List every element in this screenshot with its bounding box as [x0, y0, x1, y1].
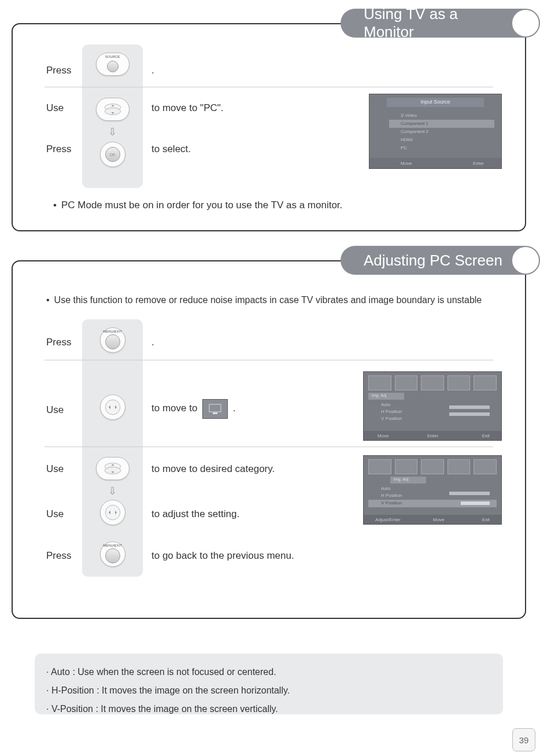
panel-pc-screen: Use this function to remove or reduce no… [12, 260, 526, 619]
svg-rect-7 [213, 412, 217, 414]
divider [45, 360, 493, 360]
pc-menu-icon [202, 399, 228, 419]
s2-r4-desc: to adjust the setting. [151, 508, 239, 520]
osd-footer: Adjust/Enter [375, 517, 401, 522]
down-arrow-icon: ⇩ [108, 485, 117, 497]
s2-r5-action: Press [46, 550, 71, 562]
updown-icon [102, 462, 124, 475]
osd-tab: Img. Adj [372, 393, 386, 397]
s2-r1-action: Press [46, 337, 71, 348]
osd-title: Input Source [369, 99, 501, 105]
osd-footer: Enter [473, 161, 484, 166]
row1-desc: . [151, 65, 154, 76]
section2-tab: Adjusting PC Screen [341, 246, 526, 275]
osd-tab: Img. Adj [394, 477, 408, 481]
down-arrow-icon: ⇩ [108, 126, 117, 138]
leftright-adjust-button [100, 500, 125, 525]
svg-rect-6 [209, 404, 221, 412]
updown-nav-button-2 [96, 457, 130, 480]
osd-pc-menu-2: Img. Adj Auto H Position V Position Adju… [363, 455, 502, 525]
s2-r2-desc-pre: to move to [151, 403, 197, 414]
page-number: 39 [519, 735, 529, 745]
definitions-box: Auto : Use when the screen is not focuse… [35, 654, 503, 714]
divider [45, 87, 493, 87]
def-hpos: H-Position : It moves the image on the s… [46, 681, 491, 700]
osd-footer: Exit [482, 517, 490, 522]
osd-item: V Position [381, 500, 402, 506]
osd-item: V Position [381, 416, 402, 421]
row2b-action: Press [46, 143, 71, 155]
row2b-desc: to select. [151, 143, 191, 155]
row2a-action: Use [46, 102, 64, 114]
menu-exit-label: MENU/EXIT [101, 330, 125, 333]
svg-point-5 [105, 505, 120, 520]
menu-exit-button-2: MENU/EXIT [100, 541, 125, 567]
osd-input-source: Input Source S Video Component 1 Compone… [369, 94, 502, 169]
def-auto: Auto : Use when the screen is not focuse… [46, 663, 491, 681]
tab-circle-icon [511, 9, 540, 38]
divider [45, 447, 493, 447]
tab-circle-icon [511, 246, 540, 275]
osd-item: PC [401, 145, 407, 150]
panel-monitor: SOURCE ⇩ OK Press . Use to move to "PC".… [12, 23, 526, 231]
s2-r3-action: Use [46, 463, 64, 475]
osd-item: H Position [381, 493, 402, 498]
section1-note: PC Mode must be on in order for you to u… [53, 200, 342, 211]
row2a-desc: to move to "PC". [151, 102, 224, 114]
section1-title: Using TV as a Monitor [364, 5, 508, 41]
source-button-label: SOURCE [97, 55, 129, 58]
osd-item: Auto [381, 402, 390, 407]
s2-r3-desc: to move to desired category. [151, 463, 275, 475]
ok-button-label: OK [109, 153, 115, 157]
s2-r5-desc: to go back to the previous menu. [151, 550, 294, 562]
osd-footer: Move [433, 517, 445, 522]
leftright-icon [103, 398, 122, 416]
svg-point-2 [105, 400, 120, 415]
s2-r2-desc: to move to . [151, 399, 236, 419]
page-number-badge: 39 [512, 728, 535, 751]
button-column-2: MENU/EXIT ⇩ MENU/EXIT [82, 319, 143, 577]
osd-item: Auto [381, 486, 390, 491]
section2-title: Adjusting PC Screen [364, 252, 502, 270]
osd-item: HDMI [401, 137, 412, 142]
ok-button: OK [100, 142, 125, 167]
button-column-1: SOURCE ⇩ OK [82, 45, 143, 188]
leftright-icon [103, 503, 122, 522]
osd-item: S Video [401, 113, 417, 118]
menu-exit-label-2: MENU/EXIT [101, 544, 125, 547]
menu-exit-button: MENU/EXIT [100, 327, 125, 353]
updown-nav-button [96, 98, 130, 121]
leftright-nav-button [100, 394, 125, 420]
s2-r2-action: Use [46, 404, 64, 416]
s2-r4-action: Use [46, 508, 64, 520]
def-vpos: V-Position : It moves the image on the s… [46, 700, 491, 718]
row1-action: Press [46, 65, 71, 76]
updown-icon [102, 102, 124, 116]
s2-r2-desc-post: . [233, 403, 236, 414]
osd-item: Component 2 [401, 129, 428, 134]
osd-footer: Move [378, 433, 389, 438]
section1-tab: Using TV as a Monitor [341, 9, 526, 38]
osd-item: H Position [381, 409, 402, 414]
osd-footer: Enter [427, 433, 438, 438]
osd-item: Component 1 [401, 121, 428, 126]
osd-footer: Exit [482, 433, 490, 438]
osd-pc-menu-1: Img. Adj Auto H Position V Position Move… [363, 371, 502, 441]
osd-footer: Move [401, 161, 412, 166]
section2-intro: Use this function to remove or reduce no… [46, 295, 482, 305]
source-button: SOURCE [96, 53, 130, 76]
s2-r1-desc: . [151, 337, 154, 348]
